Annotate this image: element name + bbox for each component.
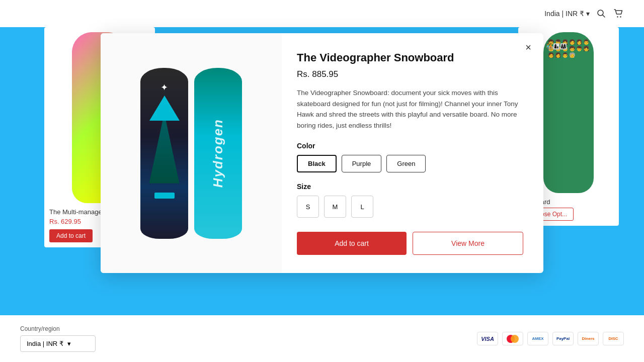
snowboard-dark-image bbox=[140, 68, 188, 239]
footer-country-section: Country/region India | INR ₹ ▾ bbox=[20, 325, 96, 352]
paypal-icon: PayPal bbox=[552, 332, 574, 345]
svg-line-1 bbox=[603, 15, 605, 18]
modal-product-info: The Videographer Snowboard Rs. 885.95 Th… bbox=[282, 33, 543, 273]
svg-point-3 bbox=[620, 16, 621, 17]
modal-overlay: × Hydrogen The Videographer Snowboard Rs… bbox=[101, 33, 543, 273]
svg-point-2 bbox=[617, 16, 618, 17]
country-selector[interactable]: India | INR ₹ ▾ bbox=[20, 335, 96, 352]
modal-close-button[interactable]: × bbox=[521, 40, 535, 54]
product-price: Rs. 885.95 bbox=[297, 69, 523, 79]
color-label: Color bbox=[297, 142, 523, 150]
size-options: S M L bbox=[297, 196, 523, 218]
product-title: The Videographer Snowboard bbox=[297, 51, 523, 64]
mastercard-icon bbox=[502, 332, 523, 345]
action-buttons: Add to cart View More bbox=[297, 232, 523, 255]
region-selector[interactable]: India | INR ₹ ▾ bbox=[544, 10, 590, 18]
main-area: The Multi-manage... Rs. 629.95 Add to ca… bbox=[0, 27, 644, 315]
add-to-cart-button[interactable]: Add to cart bbox=[297, 232, 407, 255]
size-button-m[interactable]: M bbox=[324, 196, 346, 218]
cart-icon[interactable] bbox=[613, 8, 624, 19]
color-button-purple[interactable]: Purple bbox=[342, 155, 382, 172]
color-button-green[interactable]: Green bbox=[386, 155, 426, 172]
payment-methods: VISA AMEX PayPal Diners DISC bbox=[477, 332, 624, 345]
country-label: Country/region bbox=[20, 325, 96, 332]
size-button-l[interactable]: L bbox=[351, 196, 373, 218]
region-label: India | INR ₹ bbox=[544, 10, 584, 18]
modal-product-images: Hydrogen bbox=[101, 33, 282, 273]
product-modal: × Hydrogen The Videographer Snowboard Rs… bbox=[101, 33, 543, 273]
amex-icon: AMEX bbox=[527, 332, 548, 345]
snowboard-teal-image: Hydrogen bbox=[194, 68, 242, 239]
visa-icon: VISA bbox=[477, 332, 498, 345]
size-button-s[interactable]: S bbox=[297, 196, 319, 218]
header: India | INR ₹ ▾ bbox=[0, 0, 644, 27]
snowboard-trees-graphic bbox=[149, 113, 180, 184]
discover-icon: DISC bbox=[603, 332, 624, 345]
footer: Country/region India | INR ₹ ▾ VISA AMEX… bbox=[0, 315, 644, 362]
color-options: Black Purple Green bbox=[297, 155, 523, 172]
size-label: Size bbox=[297, 183, 523, 191]
bg-right-product-image: 🧒👦👧🧑 👩👨🧓👴 👵🧒👦👧 🧑👩👨🧓 bbox=[543, 32, 594, 193]
color-button-black[interactable]: Black bbox=[297, 155, 337, 172]
snowboard-teal-text: Hydrogen bbox=[210, 119, 226, 188]
product-description: The Videographer Snowboard: document you… bbox=[297, 87, 523, 131]
snowboard-stripe-graphic bbox=[154, 193, 175, 199]
bg-left-add-cart-button[interactable]: Add to cart bbox=[49, 229, 93, 242]
search-icon[interactable] bbox=[596, 8, 607, 19]
country-value: India | INR ₹ bbox=[27, 340, 63, 347]
view-more-button[interactable]: View More bbox=[413, 232, 523, 255]
chevron-down-icon: ▾ bbox=[67, 340, 71, 347]
diners-icon: Diners bbox=[578, 332, 599, 345]
chevron-down-icon: ▾ bbox=[586, 10, 590, 18]
